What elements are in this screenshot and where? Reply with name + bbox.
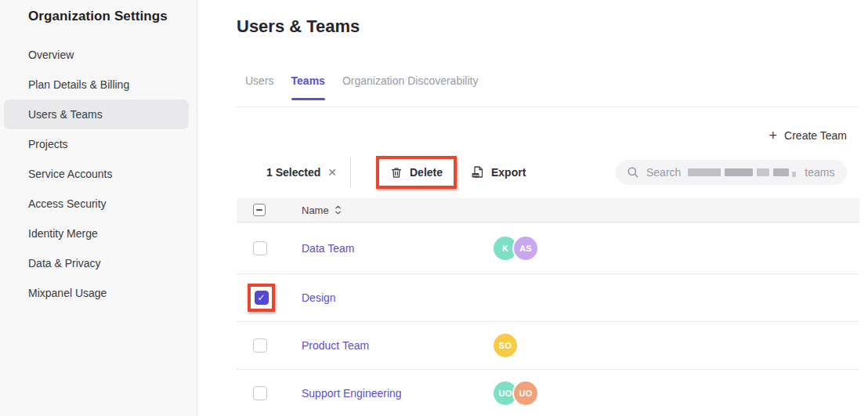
avatar: AS: [514, 237, 537, 260]
clear-selection-icon[interactable]: ✕: [327, 167, 337, 178]
export-button[interactable]: csv Export: [471, 165, 526, 179]
tab-users[interactable]: Users: [245, 74, 274, 104]
page-title: Users & Teams: [237, 16, 360, 37]
sort-icon: [335, 204, 342, 215]
tab-teams[interactable]: Teams: [291, 74, 325, 104]
plus-icon: +: [769, 128, 778, 143]
indeterminate-mark: [256, 209, 262, 211]
search-icon: [627, 166, 639, 179]
avatar: SO: [494, 334, 517, 357]
sidebar-item-overview[interactable]: Overview: [4, 40, 189, 70]
checkmark-icon: ✓: [257, 292, 265, 303]
toolbar-divider: [350, 157, 351, 188]
select-all-checkbox[interactable]: [253, 204, 266, 216]
csv-file-icon: csv: [471, 165, 484, 179]
row-checkbox-product-team[interactable]: [253, 338, 267, 353]
row-checkbox-design[interactable]: ✓: [255, 291, 269, 305]
table-row-design: ✓ Design: [237, 274, 859, 322]
column-header-name[interactable]: Name: [302, 204, 342, 216]
table-row-support-engineering: Support Engineering UO UO: [237, 370, 859, 416]
search-placeholder-suffix: teams: [805, 166, 834, 179]
sidebar-item-access-security[interactable]: Access Security: [4, 189, 189, 219]
search-placeholder-redaction: [688, 168, 797, 177]
tabs-divider: [237, 107, 859, 107]
tab-bar: Users Teams Organization Discoverability: [245, 74, 478, 104]
export-label: Export: [491, 166, 526, 179]
app-root: Organization Settings Overview Plan Deta…: [0, 0, 868, 416]
svg-text:csv: csv: [473, 173, 479, 177]
search-input[interactable]: Search teams: [616, 160, 847, 185]
create-team-label: Create Team: [784, 129, 847, 142]
selected-count: 1 Selected: [266, 166, 320, 179]
export-wrap: csv Export: [471, 156, 526, 189]
tab-organization-discoverability[interactable]: Organization Discoverability: [342, 74, 479, 104]
annotation-box-design-checkbox: ✓: [248, 284, 275, 312]
create-team-button[interactable]: + Create Team: [769, 127, 847, 144]
table-row-data-team: Data Team K AS: [237, 222, 859, 274]
teams-table: Name Data Team K AS ✓: [237, 198, 859, 416]
team-name-link-support-engineering[interactable]: Support Engineering: [302, 387, 402, 400]
sidebar-item-identity-merge[interactable]: Identity Merge: [4, 219, 189, 248]
sidebar-item-plan-details-billing[interactable]: Plan Details & Billing: [4, 70, 189, 99]
sidebar: Organization Settings Overview Plan Deta…: [0, 0, 197, 416]
team-name-link-data-team[interactable]: Data Team: [302, 242, 354, 255]
name-header-label: Name: [302, 204, 329, 216]
sidebar-item-mixpanel-usage[interactable]: Mixpanel Usage: [4, 278, 189, 308]
toolbar: 1 Selected ✕ Delete: [266, 156, 847, 189]
row-checkbox-support-engineering[interactable]: [253, 386, 267, 400]
sidebar-item-users-teams[interactable]: Users & Teams: [4, 99, 189, 129]
team-name-link-product-team[interactable]: Product Team: [302, 339, 369, 352]
annotation-box-delete: Delete: [376, 156, 457, 189]
delete-button[interactable]: Delete: [390, 166, 443, 179]
avatar-group: UO UO: [494, 382, 537, 405]
avatar-group: SO: [494, 334, 517, 357]
table-header-row: Name: [237, 198, 859, 222]
sidebar-item-service-accounts[interactable]: Service Accounts: [4, 159, 189, 189]
avatar-group: K AS: [494, 237, 537, 260]
main-content: Users & Teams Users Teams Organization D…: [198, 0, 868, 416]
avatar: UO: [514, 382, 537, 405]
delete-label: Delete: [410, 166, 443, 179]
table-row-product-team: Product Team SO: [237, 322, 859, 370]
sidebar-item-projects[interactable]: Projects: [4, 129, 189, 159]
sidebar-item-data-privacy[interactable]: Data & Privacy: [4, 248, 189, 278]
row-checkbox-data-team[interactable]: [253, 241, 267, 255]
sidebar-nav: Overview Plan Details & Billing Users & …: [4, 40, 189, 308]
selection-summary: 1 Selected ✕: [266, 156, 337, 189]
trash-icon: [390, 166, 403, 179]
team-name-link-design[interactable]: Design: [302, 291, 336, 304]
sidebar-title: Organization Settings: [28, 9, 168, 24]
search-placeholder-prefix: Search: [646, 166, 681, 179]
